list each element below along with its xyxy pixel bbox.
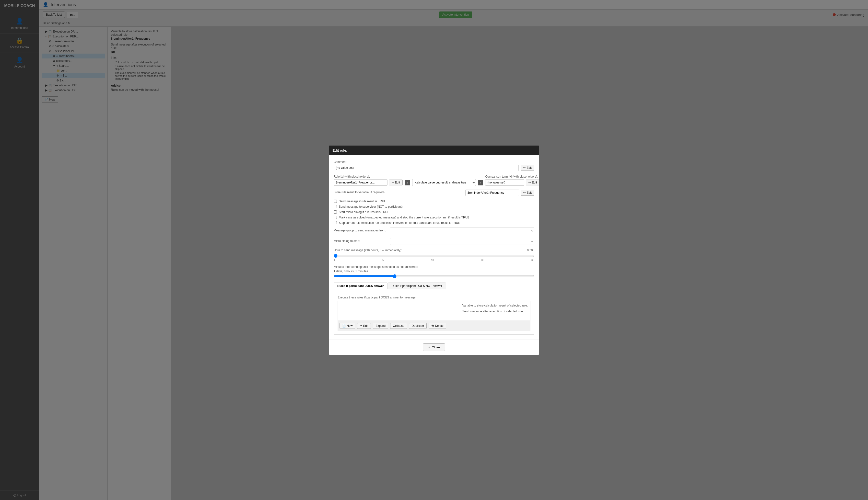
msg-group-label: Message group to send messages from: [334, 229, 388, 232]
arrow-button-1[interactable]: » [405, 180, 410, 185]
checkbox-row-5: Stop current rule execution run and fini… [334, 221, 534, 225]
time-display: 00:00 [527, 249, 534, 252]
sub-collapse-button[interactable]: Collapse [390, 323, 407, 329]
rule-label: Rule [x] (with placeholders): [334, 175, 403, 178]
checkbox-row-1: Send message if rule result is TRUE [334, 200, 534, 203]
checkmark-icon: ✓ [428, 345, 431, 349]
sub-content: Variable to store calculation result of … [337, 301, 531, 321]
comment-label: Comment: [334, 160, 534, 164]
tabs-bar: Rules if participant DOES answer Rules i… [334, 283, 534, 289]
sub-info-panel: Variable to store calculation result of … [460, 302, 530, 320]
hour-slider[interactable] [334, 254, 534, 258]
store-variable-row: Store rule result to variable (if requir… [334, 190, 534, 196]
checkbox-label-2: Send message to supervisor (NOT to parti… [339, 205, 403, 208]
hour-row: Hour to send message (24h hours, 0 = imm… [334, 249, 534, 261]
sub-duplicate-button[interactable]: Duplicate [409, 323, 427, 329]
edit-icon: ✏ [360, 324, 362, 328]
msg-group-select[interactable] [390, 227, 534, 234]
comparison-type-select[interactable]: calculate value but result is always tru… [412, 179, 476, 186]
sub-panel: Execute these rules if participant DOES … [334, 292, 534, 334]
comparison-edit-button[interactable]: ✏ Edit [526, 180, 539, 185]
edit-icon: ✏ [528, 181, 531, 184]
sub-new-button[interactable]: 📄 New [340, 323, 355, 329]
checkbox-label-1: Send message if rule result is TRUE [339, 200, 386, 203]
sub-send-label: Send message after execution of selected… [463, 310, 528, 313]
minutes-row: Minutes after sending until message is h… [334, 265, 534, 279]
checkbox-label-5: Stop current rule execution run and fini… [339, 221, 460, 225]
checkbox-row-3: Start micro dialog if rule result is TRU… [334, 211, 534, 214]
minutes-slider[interactable] [334, 274, 534, 278]
close-button[interactable]: ✓ Close [423, 343, 445, 351]
message-group-row: Message group to send messages from: [334, 227, 534, 234]
checkbox-group: Send message if rule result is TRUE Send… [334, 200, 534, 225]
start-micro-dialog-checkbox[interactable] [334, 211, 337, 214]
comparison-label: Comparison term [y] (with placeholders): [485, 175, 539, 178]
comparison-type-label [412, 175, 476, 178]
comment-row: Comment: ✏ Edit [334, 160, 534, 171]
rule-input[interactable] [334, 179, 388, 186]
send-supervisor-checkbox[interactable] [334, 205, 337, 208]
send-message-checkbox[interactable] [334, 200, 337, 203]
checkbox-row-4: Mark case as solved (unexpected message)… [334, 216, 534, 219]
checkbox-label-3: Start micro dialog if rule result is TRU… [339, 211, 389, 214]
modal-header: Edit rule: [329, 146, 539, 155]
rule-edit-button[interactable]: ✏ Edit [389, 180, 403, 185]
execute-label: Execute these rules if participant DOES … [337, 296, 531, 299]
delete-icon: 🗑 [431, 324, 434, 328]
modal-overlay: Edit rule: Comment: ✏ Edit Rule [x] (wit… [0, 0, 868, 500]
modal-title: Edit rule: [332, 148, 347, 152]
slider-labels: 1 5 10 30 60 [334, 259, 534, 261]
edit-icon: ✏ [392, 181, 394, 184]
stop-execution-checkbox[interactable] [334, 221, 337, 224]
sub-expand-button[interactable]: Expand [373, 323, 388, 329]
edit-rule-modal: Edit rule: Comment: ✏ Edit Rule [x] (wit… [329, 146, 539, 355]
sub-delete-button[interactable]: 🗑 Delete [429, 323, 446, 329]
new-icon: 📄 [342, 324, 346, 328]
store-label: Store rule result to variable (if requir… [334, 191, 385, 194]
days-display: 1 days, 0 hours, 1 minutes [334, 270, 534, 273]
checkbox-label-4: Mark case as solved (unexpected message)… [339, 216, 469, 219]
comparison-input[interactable] [485, 179, 524, 186]
hour-label: Hour to send message (24h hours, 0 = imm… [334, 249, 525, 252]
arrow-button-2[interactable]: » [478, 180, 483, 185]
modal-body: Comment: ✏ Edit Rule [x] (with placehold… [329, 155, 539, 340]
mark-solved-checkbox[interactable] [334, 216, 337, 219]
tab-does-not-answer[interactable]: Rules if participant DOES NOT answer [388, 283, 446, 289]
store-edit-button[interactable]: ✏ Edit [521, 190, 534, 196]
modal-footer: ✓ Close [329, 340, 539, 355]
sub-edit-button[interactable]: ✏ Edit [357, 323, 371, 329]
sub-var-label: Variable to store calculation result of … [463, 304, 528, 307]
micro-dialog-label: Micro dialog to start: [334, 239, 388, 243]
comment-edit-button[interactable]: ✏ Edit [521, 165, 534, 171]
edit-icon: ✏ [523, 166, 526, 170]
micro-dialog-row: Micro dialog to start: [334, 238, 534, 245]
sub-toolbar: 📄 New ✏ Edit Expand Collapse Duplicate 🗑… [337, 321, 531, 331]
minutes-label: Minutes after sending until message is h… [334, 265, 534, 269]
edit-icon: ✏ [523, 191, 526, 194]
micro-dialog-select[interactable] [390, 238, 534, 245]
checkbox-row-2: Send message to supervisor (NOT to parti… [334, 205, 534, 208]
tab-does-answer[interactable]: Rules if participant DOES answer [334, 283, 388, 289]
store-input[interactable] [465, 190, 519, 196]
rule-row: Rule [x] (with placeholders): ✏ Edit » c… [334, 175, 534, 186]
comment-input[interactable] [334, 164, 519, 171]
